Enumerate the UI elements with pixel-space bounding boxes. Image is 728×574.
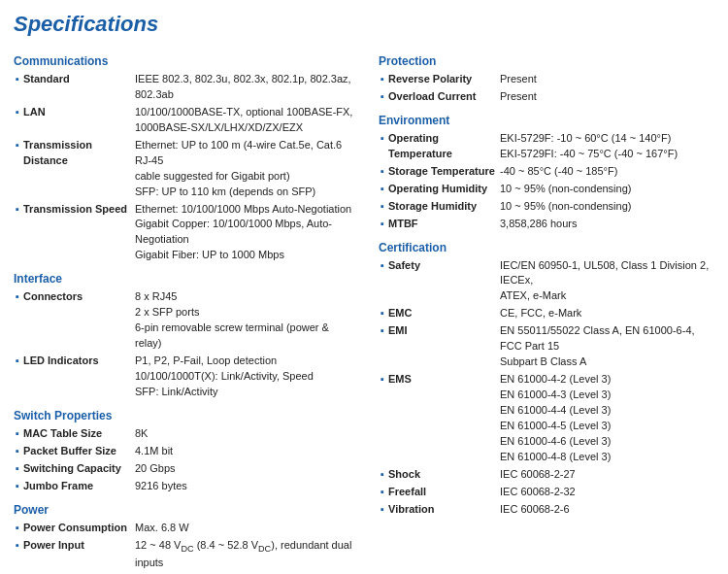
spec-label: Shock bbox=[386, 466, 498, 484]
table-row: ▪ Operating Humidity 10 ~ 95% (non-conde… bbox=[379, 181, 714, 198]
bullet: ▪ bbox=[14, 201, 21, 265]
table-row: ▪ Reverse Polarity Present bbox=[379, 71, 714, 88]
table-row: ▪ EMS EN 61000-4-2 (Level 3)EN 61000-4-3… bbox=[379, 371, 714, 466]
spec-value: 12 ~ 48 VDC (8.4 ~ 52.8 VDC), redundant … bbox=[133, 537, 357, 572]
section-switch-title: Switch Properties bbox=[14, 409, 357, 422]
bullet: ▪ bbox=[14, 443, 21, 460]
spec-value: 8 x RJ452 x SFP ports6-pin removable scr… bbox=[133, 288, 357, 353]
spec-label: MTBF bbox=[386, 216, 498, 233]
spec-value: EN 61000-4-2 (Level 3)EN 61000-4-3 (Leve… bbox=[498, 371, 714, 466]
spec-label: Transmission Speed bbox=[21, 201, 133, 265]
spec-value: 9216 bytes bbox=[133, 478, 357, 495]
interface-table: ▪ Connectors 8 x RJ452 x SFP ports6-pin … bbox=[14, 288, 357, 401]
spec-label: Storage Humidity bbox=[386, 198, 498, 216]
spec-label: Power Input bbox=[21, 537, 133, 572]
spec-value: Max. 6.8 W bbox=[133, 520, 357, 537]
table-row: ▪ Overload Current Present bbox=[379, 88, 714, 106]
left-column: Communications ▪ Standard IEEE 802.3, 80… bbox=[14, 47, 373, 574]
spec-value: 10/100/1000BASE-TX, optional 100BASE-FX,… bbox=[133, 104, 357, 137]
spec-label: Jumbo Frame bbox=[21, 478, 133, 495]
protection-table: ▪ Reverse Polarity Present ▪ Overload Cu… bbox=[379, 71, 714, 106]
bullet: ▪ bbox=[14, 71, 21, 104]
spec-label: MAC Table Size bbox=[21, 425, 133, 443]
spec-label: Operating Humidity bbox=[386, 181, 498, 198]
bullet: ▪ bbox=[14, 104, 21, 137]
bullet: ▪ bbox=[14, 478, 21, 495]
spec-value: CE, FCC, e-Mark bbox=[498, 305, 714, 322]
bullet: ▪ bbox=[379, 71, 386, 88]
bullet: ▪ bbox=[379, 88, 386, 106]
spec-label: Storage Temperature bbox=[386, 163, 498, 181]
spec-label: Standard bbox=[21, 71, 133, 104]
table-row: ▪ Vibration IEC 60068-2-6 bbox=[379, 501, 714, 519]
table-row: ▪ EMI EN 55011/55022 Class A, EN 61000-6… bbox=[379, 322, 714, 371]
spec-label: EMC bbox=[386, 305, 498, 322]
spec-value: Present bbox=[498, 88, 714, 106]
spec-label: Switching Capacity bbox=[21, 460, 133, 478]
environment-table: ▪ Operating Temperature EKI-5729F: -10 ~… bbox=[379, 130, 714, 233]
table-row: ▪ Connectors 8 x RJ452 x SFP ports6-pin … bbox=[14, 288, 357, 353]
spec-label: Operating Temperature bbox=[386, 130, 498, 163]
bullet: ▪ bbox=[14, 537, 21, 572]
spec-value: 4.1M bit bbox=[133, 443, 357, 460]
spec-value: IEEE 802.3, 802.3u, 802.3x, 802.1p, 802.… bbox=[133, 71, 357, 104]
bullet: ▪ bbox=[379, 322, 386, 371]
bullet: ▪ bbox=[14, 425, 21, 443]
bullet: ▪ bbox=[379, 501, 386, 519]
bullet: ▪ bbox=[379, 257, 386, 306]
bullet: ▪ bbox=[379, 163, 386, 181]
bullet: ▪ bbox=[379, 305, 386, 322]
spec-label: Power Consumption bbox=[21, 520, 133, 537]
spec-value: Ethernet: 10/100/1000 Mbps Auto-Negotiat… bbox=[133, 201, 357, 265]
two-column-layout: Communications ▪ Standard IEEE 802.3, 80… bbox=[14, 47, 714, 574]
table-row: ▪ Operating Temperature EKI-5729F: -10 ~… bbox=[379, 130, 714, 163]
right-column: Protection ▪ Reverse Polarity Present ▪ … bbox=[373, 47, 714, 574]
power-table: ▪ Power Consumption Max. 6.8 W ▪ Power I… bbox=[14, 520, 357, 574]
spec-label: LED Indicators bbox=[21, 353, 133, 401]
table-row: ▪ Shock IEC 60068-2-27 bbox=[379, 466, 714, 484]
spec-value: P1, P2, P-Fail, Loop detection10/100/100… bbox=[133, 353, 357, 401]
bullet: ▪ bbox=[379, 216, 386, 233]
bullet: ▪ bbox=[14, 460, 21, 478]
bullet: ▪ bbox=[14, 353, 21, 401]
spec-value: IEC 60068-2-6 bbox=[498, 501, 714, 519]
spec-label: EMS bbox=[386, 371, 498, 466]
table-row: ▪ Packet Buffer Size 4.1M bit bbox=[14, 443, 357, 460]
table-row: ▪ Switching Capacity 20 Gbps bbox=[14, 460, 357, 478]
table-row: ▪ Storage Temperature -40 ~ 85°C (-40 ~ … bbox=[379, 163, 714, 181]
table-row: ▪ Safety IEC/EN 60950-1, UL508, Class 1 … bbox=[379, 257, 714, 306]
table-row: ▪ Transmission Speed Ethernet: 10/100/10… bbox=[14, 201, 357, 265]
spec-label: LAN bbox=[21, 104, 133, 137]
spec-label: Freefall bbox=[386, 484, 498, 501]
table-row: ▪ Standard IEEE 802.3, 802.3u, 802.3x, 8… bbox=[14, 71, 357, 104]
spec-value: Present bbox=[498, 71, 714, 88]
spec-value: 10 ~ 95% (non-condensing) bbox=[498, 181, 714, 198]
spec-value: 3,858,286 hours bbox=[498, 216, 714, 233]
spec-label: Vibration bbox=[386, 501, 498, 519]
spec-label: Reverse Polarity bbox=[386, 71, 498, 88]
communications-table: ▪ Standard IEEE 802.3, 802.3u, 802.3x, 8… bbox=[14, 71, 357, 264]
table-row: ▪ Power Consumption Max. 6.8 W bbox=[14, 520, 357, 537]
table-row: ▪ Power Input 12 ~ 48 VDC (8.4 ~ 52.8 VD… bbox=[14, 537, 357, 572]
spec-label: Safety bbox=[386, 257, 498, 306]
spec-value: EKI-5729F: -10 ~ 60°C (14 ~ 140°F)EKI-57… bbox=[498, 130, 714, 163]
spec-value: Ethernet: UP to 100 m (4-wire Cat.5e, Ca… bbox=[133, 137, 357, 201]
table-row: ▪ Freefall IEC 60068-2-32 bbox=[379, 484, 714, 501]
bullet: ▪ bbox=[14, 137, 21, 201]
bullet: ▪ bbox=[14, 288, 21, 353]
section-power-title: Power bbox=[14, 503, 357, 517]
spec-value: IEC 60068-2-32 bbox=[498, 484, 714, 501]
table-row: ▪ LED Indicators P1, P2, P-Fail, Loop de… bbox=[14, 353, 357, 401]
table-row: ▪ LAN 10/100/1000BASE-TX, optional 100BA… bbox=[14, 104, 357, 137]
bullet: ▪ bbox=[14, 520, 21, 537]
table-row: ▪ EMC CE, FCC, e-Mark bbox=[379, 305, 714, 322]
spec-value: 8K bbox=[133, 425, 357, 443]
section-certification-title: Certification bbox=[379, 241, 714, 254]
table-row: ▪ MAC Table Size 8K bbox=[14, 425, 357, 443]
spec-label: EMI bbox=[386, 322, 498, 371]
spec-value: IEC/EN 60950-1, UL508, Class 1 Division … bbox=[498, 257, 714, 306]
spec-label: Overload Current bbox=[386, 88, 498, 106]
bullet: ▪ bbox=[379, 198, 386, 216]
table-row: ▪ MTBF 3,858,286 hours bbox=[379, 216, 714, 233]
certification-table: ▪ Safety IEC/EN 60950-1, UL508, Class 1 … bbox=[379, 257, 714, 519]
